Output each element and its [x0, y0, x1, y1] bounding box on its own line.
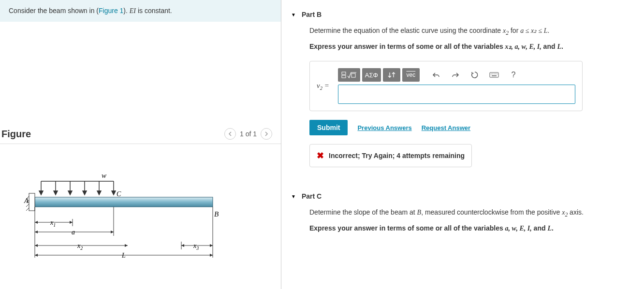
answer-box: v2 = ΑΣΦ [309, 61, 583, 111]
pb-exp-end: . [561, 43, 563, 50]
templates-button[interactable] [338, 68, 360, 82]
left-panel: Consider the beam shown in (Figure 1). E… [0, 0, 281, 289]
figure-header: Figure 1 of 1 [0, 123, 281, 144]
caret-down-icon: ▼ [291, 194, 296, 199]
svg-rect-29 [490, 72, 498, 77]
request-answer-link[interactable]: Request Answer [422, 124, 470, 131]
part-b-title: Part B [302, 11, 322, 18]
label-a: a [72, 229, 75, 236]
pb-instr-pre: Determine the equation of the elastic cu… [309, 27, 503, 34]
vec-label: vec [407, 72, 416, 78]
vec-button[interactable]: vec [402, 68, 420, 82]
part-c-body: Determine the slope of the beam at B, me… [291, 207, 634, 234]
caret-down-icon: ▼ [291, 12, 296, 17]
label-C: C [117, 190, 121, 198]
chevron-right-icon [264, 131, 268, 136]
feedback-text: Incorrect; Try Again; 4 attempts remaini… [329, 152, 465, 159]
pc-and: and [532, 224, 548, 232]
pc-instr-pre: Determine the slope of the beam at [309, 208, 417, 216]
feedback-box: ✖ Incorrect; Try Again; 4 attempts remai… [309, 144, 472, 167]
fraction-root-icon [341, 71, 357, 79]
figure-link[interactable]: Figure 1 [99, 7, 123, 14]
label-x3s: 3 [196, 246, 199, 251]
figure-nav: 1 of 1 [224, 128, 272, 140]
pc-instr-mid: , measured counterclockwise from the pos… [421, 208, 562, 216]
figure-counter: 1 of 1 [240, 130, 257, 138]
ei-var: EI [130, 7, 136, 14]
part-c-express: Express your answer in terms of some or … [309, 223, 634, 234]
subsup-button[interactable] [383, 68, 400, 82]
svg-rect-26 [342, 72, 346, 74]
svg-rect-8 [29, 193, 35, 211]
redo-icon [452, 72, 459, 78]
problem-text-pre: Consider the beam shown in ( [9, 7, 99, 14]
pb-instr-mid: for [509, 27, 520, 34]
svg-rect-27 [342, 75, 346, 78]
undo-icon [432, 72, 440, 78]
svg-text:x2: x2 [77, 242, 83, 251]
keyboard-button[interactable] [485, 68, 503, 82]
pb-vars: x₂, a, w, E, I, [505, 43, 542, 50]
part-c-title: Part C [302, 192, 322, 200]
pc-exp-end: . [552, 224, 554, 232]
svg-rect-35 [492, 75, 497, 76]
pc-lastvar: L [547, 225, 552, 232]
figure-title: Figure [1, 129, 31, 140]
svg-rect-28 [351, 73, 355, 77]
prev-figure-button[interactable] [224, 128, 236, 140]
pc-exp-pre: Express your answer in terms of some or … [309, 224, 505, 232]
submit-row: Submit Previous Answers Request Answer [309, 120, 634, 135]
help-button[interactable]: ? [505, 68, 522, 82]
keyboard-icon [489, 72, 499, 78]
pc-B: B [417, 209, 422, 216]
part-c-instruction: Determine the slope of the beam at B, me… [309, 207, 634, 220]
prefix-v: v [317, 82, 320, 89]
prefix-eq: = [322, 82, 329, 89]
redo-button[interactable] [447, 68, 464, 82]
pb-and: and [542, 43, 557, 50]
part-b-header[interactable]: ▼ Part B [291, 0, 634, 25]
svg-text:x1: x1 [50, 219, 56, 228]
reset-icon [471, 71, 479, 79]
submit-button[interactable]: Submit [309, 120, 348, 135]
right-panel: ▼ Part B Determine the equation of the e… [281, 0, 644, 289]
equation-toolbar: ΑΣΦ vec [338, 68, 575, 85]
svg-rect-7 [35, 197, 213, 207]
undo-button[interactable] [427, 68, 445, 82]
pc-instr-end: axis. [568, 208, 584, 216]
pc-vars: a, w, E, I, [505, 225, 532, 232]
label-x1s: 1 [53, 222, 56, 228]
problem-text-suf2: is constant. [136, 7, 172, 14]
part-b-instruction: Determine the equation of the elastic cu… [309, 25, 634, 38]
answer-input[interactable] [338, 85, 575, 104]
part-b-express: Express your answer in terms of some or … [309, 41, 634, 53]
incorrect-icon: ✖ [317, 150, 324, 161]
label-A: A [24, 197, 29, 204]
pb-instr-end: . [548, 27, 550, 34]
problem-statement: Consider the beam shown in (Figure 1). E… [0, 0, 281, 22]
svg-point-33 [495, 74, 496, 75]
figure-area: w A C B [0, 144, 281, 289]
svg-point-34 [497, 74, 498, 75]
subscript-superscript-icon [387, 72, 396, 78]
label-B: B [214, 210, 219, 218]
next-figure-button[interactable] [261, 128, 272, 140]
reset-button[interactable] [466, 68, 483, 82]
beam-diagram: w A C B [15, 173, 222, 270]
chevron-left-icon [228, 131, 232, 136]
label-L: L [121, 252, 126, 259]
greek-button[interactable]: ΑΣΦ [362, 68, 381, 82]
svg-point-30 [491, 74, 492, 75]
svg-point-31 [492, 74, 493, 75]
problem-text-suf1: ). [123, 7, 129, 14]
answer-prefix: v2 = [317, 82, 329, 91]
label-x2s: 2 [80, 246, 83, 251]
svg-line-12 [26, 208, 29, 211]
label-w: w [102, 173, 106, 179]
previous-answers-link[interactable]: Previous Answers [357, 124, 411, 131]
pb-lastvar: L [557, 43, 561, 50]
part-c-header[interactable]: ▼ Part C [291, 182, 634, 207]
pb-exp-pre: Express your answer in terms of some or … [309, 43, 505, 50]
svg-point-32 [494, 74, 495, 75]
part-b-body: Determine the equation of the elastic cu… [291, 25, 634, 167]
